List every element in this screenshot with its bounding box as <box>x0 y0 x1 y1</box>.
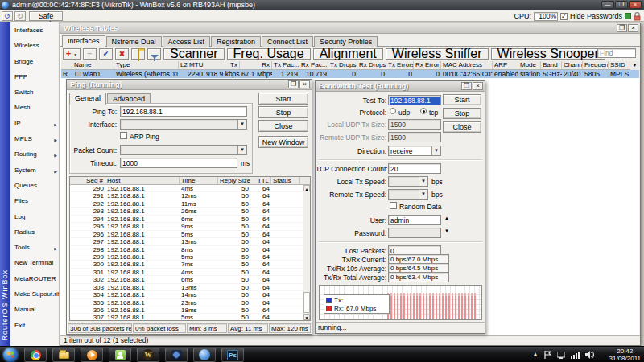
ping-row[interactable]: 303192.168.88.113ms5064 <box>70 284 310 291</box>
ping-row[interactable]: 306192.168.88.118ms5064 <box>70 306 310 314</box>
sidebar-item-ppp[interactable]: PPP <box>10 72 59 87</box>
ping-column-reply-size[interactable]: Reply Size <box>218 177 250 184</box>
game-icon[interactable] <box>165 348 188 362</box>
wireless-tab-connect-list[interactable]: Connect List <box>262 36 313 47</box>
ping-row[interactable]: 292192.168.88.111ms5064 <box>70 200 310 208</box>
alignment-button[interactable]: Alignment <box>313 48 383 60</box>
taskbar-clock[interactable]: 20:42 31/08/2011 <box>609 348 641 362</box>
sidebar-item-tools[interactable]: Tools▶ <box>10 242 59 257</box>
ping-row[interactable]: 302192.168.88.16ms5064 <box>70 276 310 283</box>
direction-dropdown-arrow-icon[interactable]: ▼ <box>431 146 440 155</box>
ping-column-time[interactable]: Time <box>180 177 218 184</box>
sidebar-item-bridge[interactable]: Bridge <box>10 56 59 72</box>
local-tx-speed-dropdown[interactable]: ▼ <box>388 176 428 187</box>
sidebar-item-make-supout-rif[interactable]: Make Supout.rif <box>10 289 59 304</box>
disable-icon[interactable]: ✖ <box>115 48 129 60</box>
ping-column-seq[interactable]: Seq # <box>70 177 105 184</box>
volume-icon[interactable] <box>585 351 594 359</box>
action-center-flag-icon[interactable] <box>544 351 551 359</box>
wireless-table-row-wlan1[interactable]: Rwlan1Wireless (Atheros 11N)2290918.9 kb… <box>61 70 639 78</box>
interface-dropdown-arrow-icon[interactable]: ▼ <box>237 120 246 129</box>
add-interface-icon[interactable]: + ▼ <box>63 48 80 60</box>
timeout-input[interactable]: 1000 <box>120 158 237 168</box>
ping-table-header[interactable]: Seq #HostTimeReply SizeTTLStatus <box>70 177 310 185</box>
filter-icon[interactable] <box>147 48 161 60</box>
wireless-tab-access-list[interactable]: Access List <box>163 36 211 47</box>
wireless-restore-icon[interactable]: ❐ <box>617 24 627 32</box>
enable-icon[interactable]: ✔ <box>99 48 113 60</box>
user-input[interactable]: admin <box>388 215 441 225</box>
ping-row[interactable]: 293192.168.88.126ms5064 <box>70 208 310 215</box>
column-header-tx-errors[interactable]: Tx Errors <box>386 61 414 69</box>
column-chooser-icon[interactable]: ▼ <box>630 61 639 70</box>
sidebar-item-routing[interactable]: Routing▶ <box>10 149 59 164</box>
sidebar-item-manual[interactable]: Manual <box>10 304 59 319</box>
wireless-snooper-button[interactable]: Wireless Snooper <box>491 48 605 60</box>
ping-new-window-button[interactable]: New Window <box>258 136 308 148</box>
network-globe-icon[interactable] <box>193 348 216 362</box>
ping-scrollbar[interactable]: ▲ ▼ <box>303 185 310 320</box>
freq-usage-button[interactable]: Freq. Usage <box>227 48 311 60</box>
minimize-icon[interactable]: — <box>601 1 614 9</box>
random-data-checkbox[interactable] <box>390 202 397 209</box>
file-explorer-icon[interactable] <box>52 348 75 362</box>
column-header-rx[interactable]: Rx <box>240 61 272 69</box>
column-header-band[interactable]: Band <box>541 61 562 69</box>
interface-dropdown[interactable]: ▼ <box>120 119 247 130</box>
ping-start-button[interactable]: Start <box>258 93 308 105</box>
column-header-mac-address[interactable]: MAC Address <box>441 61 493 69</box>
remote-tx-speed-arrow-icon[interactable]: ▼ <box>419 190 427 199</box>
sidebar-item-queues[interactable]: Queues <box>10 180 59 195</box>
column-header-l2-mtu[interactable]: L2 MTU <box>179 61 204 69</box>
test-to-input[interactable]: 192.168.88.1 <box>388 95 441 105</box>
sidebar-item-radius[interactable]: Radius <box>10 227 59 242</box>
column-header-frequen[interactable]: Frequen... <box>583 61 609 69</box>
sidebar-item-interfaces[interactable]: Interfaces <box>10 25 59 40</box>
sidebar-item-exit[interactable]: Exit <box>10 320 59 335</box>
packet-count-dropdown[interactable]: ▼ <box>120 145 247 155</box>
password-expand-arrow-icon[interactable]: ▼ <box>444 228 449 233</box>
ping-row[interactable]: 298192.168.88.18ms5064 <box>70 246 310 253</box>
network-signal-icon[interactable] <box>571 352 580 359</box>
ping-row[interactable]: 304192.168.88.114ms5064 <box>70 291 310 298</box>
wireless-window-titlebar[interactable]: Wireless Tables <box>60 23 640 34</box>
wow-icon[interactable]: W <box>137 348 159 362</box>
wireless-tab-registration[interactable]: Registration <box>211 36 261 47</box>
media-player-icon[interactable] <box>80 348 103 362</box>
ping-row[interactable]: 301192.168.88.14ms5064 <box>70 269 310 276</box>
column-header-flag[interactable] <box>61 61 72 69</box>
wireless-table-header[interactable]: NameTypeL2 MTUTxRxTx Pac...Rx Pac...Tx D… <box>61 61 639 70</box>
scanner-button[interactable]: Scanner <box>163 48 225 60</box>
sidebar-item-ip[interactable]: IP▶ <box>10 118 59 134</box>
column-header-chann[interactable]: Chann... <box>562 61 583 69</box>
chrome-icon[interactable] <box>24 348 47 362</box>
ping-tab-general[interactable]: General <box>69 93 106 105</box>
column-header-rx-errors[interactable]: Rx Errors <box>414 61 441 69</box>
direction-dropdown[interactable]: receive▼ <box>388 146 441 156</box>
ping-row[interactable]: 300192.168.88.17ms5064 <box>70 261 310 268</box>
redo-icon[interactable]: ↻ <box>14 11 26 21</box>
ping-to-input[interactable]: 192.168.88.1 <box>120 106 247 117</box>
ping-row[interactable]: 307192.168.88.15ms5064 <box>70 314 310 321</box>
ping-stop-button[interactable]: Stop <box>258 106 308 118</box>
ping-column-status[interactable]: Status <box>271 177 300 184</box>
ping-row[interactable]: 296192.168.88.15ms5064 <box>70 231 310 238</box>
undo-icon[interactable]: ↺ <box>2 11 13 21</box>
bandwidth-window-titlebar[interactable]: Bandwidth Test (Running) <box>316 81 485 92</box>
ping-row[interactable]: 290192.168.88.14ms5064 <box>70 185 310 192</box>
sidebar-item-new-terminal[interactable]: New Terminal <box>10 257 59 273</box>
wireless-tab-nstreme-dual[interactable]: Nstreme Dual <box>106 36 162 47</box>
sidebar-item-switch[interactable]: Switch <box>10 87 59 102</box>
ping-row[interactable]: 291192.168.88.112ms5064 <box>70 192 310 200</box>
column-header-rx-drops[interactable]: Rx Drops <box>357 61 386 69</box>
wireless-sniffer-button[interactable]: Wireless Sniffer <box>386 48 489 60</box>
column-header-rx-pac[interactable]: Rx Pac... <box>299 61 328 69</box>
wireless-close-icon[interactable]: × <box>628 24 638 32</box>
sidebar-item-mpls[interactable]: MPLS▶ <box>10 134 59 149</box>
ping-close-icon[interactable]: × <box>299 80 310 88</box>
sidebar-item-metarouter[interactable]: MetaROUTER <box>10 274 59 289</box>
user-collapse-arrow-icon[interactable]: ▲ <box>444 216 449 220</box>
ping-column-ttl[interactable]: TTL <box>250 177 271 184</box>
start-button[interactable] <box>3 348 18 362</box>
bw-start-button[interactable]: Start <box>443 94 481 105</box>
